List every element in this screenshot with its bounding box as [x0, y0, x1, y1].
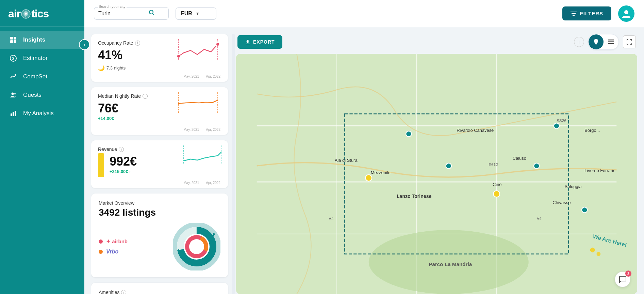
filters-button[interactable]: FILTERS	[562, 6, 611, 20]
market-body: ✦ airbnb Vrbo	[99, 223, 220, 270]
grid-icon	[10, 36, 17, 44]
svg-point-37	[595, 40, 597, 42]
svg-text:1: 1	[178, 249, 180, 252]
sidebar-item-compset[interactable]: CompSet	[0, 67, 84, 86]
svg-rect-38	[608, 40, 614, 41]
svg-text:Rivarolo Canavese: Rivarolo Canavese	[457, 128, 494, 133]
svg-rect-36	[246, 44, 250, 44]
date-start: May, 2021	[183, 75, 199, 78]
svg-text:Saluggia: Saluggia	[565, 184, 582, 189]
content-area: Occupancy Rate i 41% 🌙 7.3 nights	[84, 27, 644, 294]
occupancy-rate-card: Occupancy Rate i 41% 🌙 7.3 nights	[91, 34, 228, 82]
search-input[interactable]	[98, 11, 146, 17]
map-container[interactable]: Ala di Stura Mezzenile Lanzo Torinese Ri…	[236, 54, 637, 294]
sidebar-item-estimator[interactable]: $ Estimator	[0, 49, 84, 67]
map-pin-view-button[interactable]	[589, 34, 604, 49]
svg-rect-12	[13, 112, 14, 116]
svg-rect-11	[11, 113, 12, 116]
occupancy-chart	[174, 37, 225, 65]
donut-chart: P 1 2	[173, 223, 220, 270]
svg-point-54	[534, 163, 539, 169]
avatar-icon	[622, 9, 631, 18]
currency-value: EUR	[181, 11, 192, 17]
moon-icon: 🌙	[98, 65, 105, 71]
chat-bubble-button[interactable]: 2	[615, 272, 630, 287]
revenue-info-icon[interactable]: i	[119, 147, 124, 152]
map-view-buttons	[588, 34, 619, 50]
revenue-date-range: May, 2021 Apr, 2022	[91, 181, 225, 185]
nightly-info-icon[interactable]: i	[143, 94, 148, 99]
market-legend: ✦ airbnb Vrbo	[99, 238, 128, 255]
logo-text-part: air	[8, 7, 20, 20]
list-icon	[608, 40, 614, 44]
map-list-view-button[interactable]	[604, 34, 618, 49]
sidebar-item-insights[interactable]: Insights	[0, 31, 84, 49]
map-expand-button[interactable]	[623, 35, 636, 48]
market-listings: 3492 listings	[99, 207, 220, 218]
svg-text:Mezzenile: Mezzenile	[371, 170, 391, 175]
svg-point-55	[582, 207, 587, 213]
svg-text:P: P	[213, 233, 215, 236]
date-end: Apr, 2022	[206, 181, 220, 185]
search-button[interactable]	[149, 10, 155, 17]
svg-rect-13	[15, 111, 16, 116]
svg-point-52	[446, 163, 451, 169]
date-end: Apr, 2022	[206, 75, 220, 78]
amenities-info-icon[interactable]: i	[121, 290, 126, 294]
revenue-change: +215.00€ ↑	[110, 169, 137, 174]
svg-rect-6	[14, 40, 16, 43]
filters-label: FILTERS	[580, 11, 603, 16]
svg-text:2: 2	[207, 257, 209, 261]
svg-point-19	[624, 10, 628, 14]
svg-point-51	[406, 131, 411, 137]
right-panel: EXPORT i	[236, 34, 637, 294]
collapse-sidebar-button[interactable]: ‹	[79, 39, 90, 50]
users-icon	[10, 91, 17, 99]
app-logo: air tics	[8, 7, 76, 20]
svg-point-32	[189, 239, 204, 254]
svg-point-56	[554, 123, 559, 128]
svg-line-15	[153, 14, 154, 15]
svg-point-1	[25, 13, 27, 15]
map-info-button[interactable]: i	[574, 37, 584, 47]
user-avatar-button[interactable]	[618, 5, 634, 22]
revenue-card: Revenue i 992€ +215.00€ ↑	[91, 140, 228, 188]
svg-rect-3	[10, 37, 13, 40]
svg-point-53	[493, 191, 500, 197]
sidebar-item-guests[interactable]: Guests	[0, 86, 84, 104]
city-search-box: Search your city	[94, 7, 169, 20]
svg-text:Cirié: Cirié	[493, 182, 502, 187]
svg-text:Caluso: Caluso	[513, 156, 526, 161]
sidebar-item-my-analysis[interactable]: My Analysis	[0, 104, 84, 123]
svg-text:Chivasso: Chivasso	[552, 200, 571, 205]
svg-text:A4: A4	[329, 216, 334, 221]
occupancy-info-icon[interactable]: i	[135, 41, 140, 46]
svg-point-9	[12, 93, 14, 95]
vrbo-label: Vrbo	[106, 249, 118, 255]
logo-icon	[21, 9, 31, 19]
left-panel: Occupancy Rate i 41% 🌙 7.3 nights	[91, 34, 231, 294]
panel-divider	[232, 34, 235, 294]
sidebar-item-label: Insights	[23, 36, 45, 43]
svg-text:SS26: SS26	[557, 118, 566, 123]
sidebar: air tics Insights	[0, 0, 84, 294]
amenities-title: Amenities i	[99, 290, 220, 294]
svg-point-23	[216, 43, 219, 46]
svg-rect-39	[608, 42, 614, 43]
svg-point-73	[590, 248, 595, 252]
vrbo-dot	[99, 250, 103, 254]
map-svg: Ala di Stura Mezzenile Lanzo Torinese Ri…	[236, 54, 637, 294]
sidebar-item-label: Estimator	[23, 55, 48, 62]
currency-selector[interactable]: EUR ▼	[176, 7, 216, 20]
svg-point-10	[14, 93, 16, 95]
sidebar-item-label: Guests	[23, 92, 42, 98]
chat-badge: 2	[625, 270, 631, 277]
export-button[interactable]: EXPORT	[237, 35, 282, 49]
nights-value: 7.3 nights	[106, 65, 126, 71]
sidebar-item-label: My Analysis	[23, 110, 54, 117]
dollar-icon: $	[10, 55, 17, 62]
logo-text-part2: tics	[31, 7, 49, 20]
svg-text:Livorno Ferraris: Livorno Ferraris	[584, 168, 615, 173]
chat-icon	[619, 276, 626, 283]
svg-point-14	[149, 10, 153, 14]
